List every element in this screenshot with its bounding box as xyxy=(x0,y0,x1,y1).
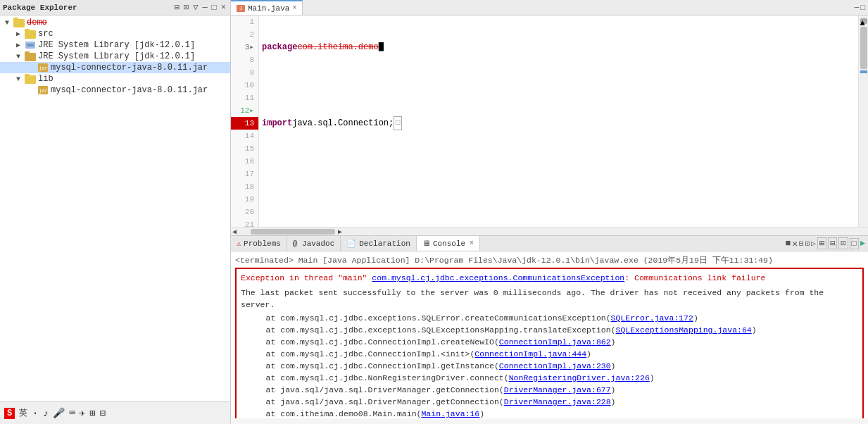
editor-tab-spacer xyxy=(303,0,851,15)
sidebar-expand-icon[interactable]: ⊡ xyxy=(182,2,190,13)
project-icon xyxy=(13,18,25,27)
comm-exception-link[interactable]: com.mysql.cj.jdbc.exceptions.Communicati… xyxy=(372,273,624,282)
h-scroll[interactable]: ◀ ▶ xyxy=(231,227,868,235)
code-line-1: package com.itheima.demo█ xyxy=(262,41,858,54)
editor-min-icon[interactable]: ─ xyxy=(855,4,860,12)
src-icon xyxy=(24,29,37,39)
svg-text:jar: jar xyxy=(39,66,48,71)
code-line-3: import java.sql.Connection;□ xyxy=(262,117,858,130)
ln-19: 19 xyxy=(231,193,258,206)
console-clear-icon[interactable]: ✕ xyxy=(792,238,798,249)
tree-item-mysql-jar-2[interactable]: jar mysql-connector-java-8.0.11.jar xyxy=(0,85,230,96)
taskbar-music-icon[interactable]: ♪ xyxy=(43,408,49,419)
stack-line-7: at java.sql/java.sql.DriverManager.getCo… xyxy=(246,384,858,396)
ln-1: 1 xyxy=(231,15,258,28)
tree-item-src[interactable]: ▶ src xyxy=(0,28,230,39)
console-btn5[interactable]: ⊟ xyxy=(828,237,837,249)
terminated-line: <terminated> Main [Java Application] D:\… xyxy=(235,254,864,266)
stack-link-9[interactable]: Main.java:16 xyxy=(421,409,479,418)
stack-link-4[interactable]: ConnectionImpl.java:444 xyxy=(474,349,586,358)
sidebar-menu-icon[interactable]: ▽ xyxy=(191,2,199,13)
ln-3[interactable]: 3▸ xyxy=(231,41,258,54)
reflibs-label: JRE System Library [jdk-12.0.1] xyxy=(38,51,195,61)
tree-item-jre[interactable]: ▶ JRE System Library [jdk-12.0.1] xyxy=(0,39,230,51)
ln-16: 16 xyxy=(231,155,258,168)
stack-line-4: at com.mysql.cj.jdbc.ConnectionImpl.<ini… xyxy=(246,348,858,360)
taskbar-menu2-icon[interactable]: ⊟ xyxy=(100,407,106,419)
svg-rect-7 xyxy=(25,51,30,54)
sidebar-min-icon[interactable]: ─ xyxy=(201,3,208,13)
ln-12[interactable]: 12▸ xyxy=(231,104,258,117)
ln-15: 15 xyxy=(231,142,258,155)
sidebar-content: ▼ demo ▶ src xyxy=(0,15,230,401)
tree-arrow-src: ▶ xyxy=(13,30,24,38)
scrollbar-thumb[interactable] xyxy=(860,27,867,69)
taskbar-s-icon[interactable]: S xyxy=(4,408,15,419)
stack-link-6[interactable]: NonRegisteringDriver.java:226 xyxy=(509,373,650,382)
window-controls: ─ □ xyxy=(852,0,868,15)
tab-console-label: Console xyxy=(433,239,465,248)
ln-11: 11 xyxy=(231,92,258,104)
h-scroll-thumb[interactable] xyxy=(251,229,335,235)
console-btn3[interactable]: ▷ xyxy=(811,239,816,248)
editor-tab-close[interactable]: × xyxy=(292,4,296,12)
console-run-icon[interactable]: ► xyxy=(860,239,865,249)
console-btn4[interactable]: ⊞ xyxy=(817,237,826,249)
ln-2: 2 xyxy=(231,28,258,41)
editor-max-icon[interactable]: □ xyxy=(860,4,865,12)
h-scroll-right[interactable]: ▶ xyxy=(338,227,342,236)
stack-line-5: at com.mysql.cj.jdbc.ConnectionImpl.getI… xyxy=(246,360,858,372)
console-btn7[interactable]: □ xyxy=(850,238,859,249)
taskbar-en-label[interactable]: 英 xyxy=(19,407,27,419)
editor-tab-label: Main.java xyxy=(248,4,289,13)
ln-13: 13 xyxy=(231,117,258,130)
console-stop-icon[interactable]: ■ xyxy=(785,238,791,249)
editor-tab-main[interactable]: J Main.java × xyxy=(231,0,303,15)
sidebar-close-icon[interactable]: × xyxy=(220,3,227,13)
stack-link-5[interactable]: ConnectionImpl.java:230 xyxy=(499,361,611,370)
scroll-up-btn[interactable]: ▲ xyxy=(860,18,867,24)
stack-link-1[interactable]: SQLError.java:172 xyxy=(611,313,693,323)
sidebar-max-icon[interactable]: □ xyxy=(210,3,218,13)
ln-8: 8 xyxy=(231,54,258,66)
tree-item-project[interactable]: ▼ demo xyxy=(0,17,230,28)
tab-console[interactable]: 🖥 Console × xyxy=(417,236,480,251)
taskbar-dot: · xyxy=(32,407,39,420)
console-btn6[interactable]: ⊡ xyxy=(838,237,848,249)
editor-body: 1 2 3▸ 8 9 10 11 12▸ 13 14 15 16 17 18 1… xyxy=(231,15,868,227)
ln-18: 18 xyxy=(231,180,258,193)
stack-line-2: at com.mysql.cj.jdbc.exceptions.SQLExcep… xyxy=(246,324,858,336)
tree-item-reflibs[interactable]: ▼ JRE System Library [jdk-12.0.1] xyxy=(0,51,230,62)
mysql-jar-2-label: mysql-connector-java-8.0.11.jar xyxy=(51,85,208,95)
tree-item-lib[interactable]: ▼ lib xyxy=(0,73,230,85)
stack-link-2[interactable]: SQLExceptionsMapping.java:64 xyxy=(616,325,752,335)
ln-20: 20 xyxy=(231,206,258,218)
console-scroll-lock-icon[interactable]: ⊟ xyxy=(799,239,804,248)
code-line-8 xyxy=(262,155,858,168)
ln-9: 9 xyxy=(231,66,258,79)
taskbar-mic-icon[interactable]: 🎤 xyxy=(53,407,65,419)
sidebar-title: Package Explorer xyxy=(3,4,170,12)
taskbar-grid-icon[interactable]: ⊞ xyxy=(89,407,95,419)
stack-link-3[interactable]: ConnectionImpl.java:862 xyxy=(499,337,611,347)
svg-rect-1 xyxy=(13,18,18,20)
editor-scrollbar[interactable]: ▲ xyxy=(858,15,868,227)
tab-declaration-label: Declaration xyxy=(359,239,410,248)
stack-link-8[interactable]: DriverManager.java:228 xyxy=(504,397,611,406)
tree-item-mysql-jar-1[interactable]: jar mysql-connector-java-8.0.11.jar xyxy=(0,62,230,73)
error-main-line: Exception in thread "main" com.mysql.cj.… xyxy=(241,272,858,284)
svg-rect-5 xyxy=(27,44,34,46)
tab-problems[interactable]: ⚠ Problems xyxy=(231,236,287,251)
tab-javadoc[interactable]: @ Javadoc xyxy=(287,236,341,251)
tab-console-close[interactable]: × xyxy=(470,239,474,247)
code-content[interactable]: package com.itheima.demo█ import java.sq… xyxy=(259,15,858,227)
sidebar-collapse-icon[interactable]: ⊟ xyxy=(173,2,181,13)
tab-declaration[interactable]: 📄 Declaration xyxy=(341,236,417,251)
taskbar-plane-icon[interactable]: ✈ xyxy=(80,407,85,419)
h-scroll-left[interactable]: ◀ xyxy=(232,227,237,236)
stack-link-7[interactable]: DriverManager.java:677 xyxy=(504,385,611,394)
taskbar-keyboard-icon[interactable]: ⌨ xyxy=(69,407,75,419)
editor-tab-bar: J Main.java × ─ □ xyxy=(231,0,868,15)
jar2-icon: jar xyxy=(37,85,49,95)
console-btn2[interactable]: ⊡ xyxy=(805,239,810,248)
